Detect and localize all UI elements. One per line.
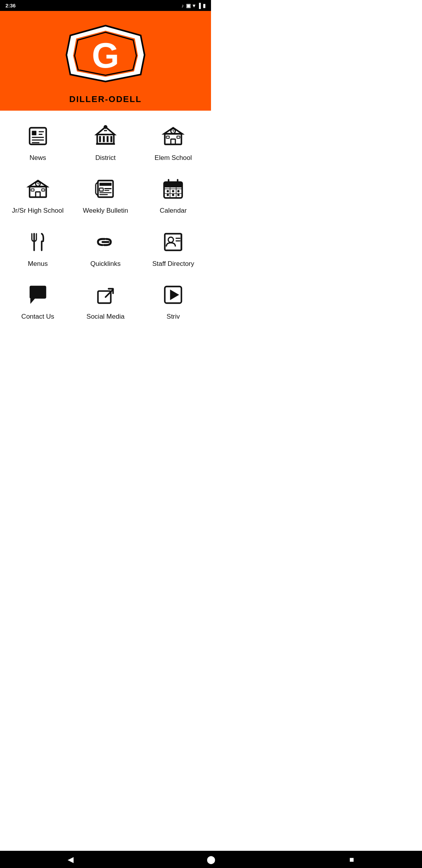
- status-time: 2:36: [5, 3, 16, 9]
- status-bar: 2:36 ♪ ▣ ▾ ▐ ▮: [0, 0, 211, 11]
- svg-rect-13: [99, 136, 101, 142]
- svg-rect-9: [32, 137, 44, 138]
- svg-rect-49: [164, 185, 182, 188]
- news-icon: [27, 125, 49, 151]
- svg-rect-8: [39, 134, 43, 135]
- menu-item-district[interactable]: District: [72, 118, 139, 167]
- quicklinks-label: Quicklinks: [90, 260, 120, 268]
- svg-rect-14: [103, 136, 105, 142]
- school-name-text: DILLER-ODELL: [64, 91, 147, 105]
- staff-directory-label: Staff Directory: [152, 260, 194, 268]
- svg-rect-34: [36, 192, 40, 197]
- contact-us-label: Contact Us: [21, 312, 54, 321]
- battery-icon: ▮: [203, 3, 206, 9]
- svg-rect-27: [166, 136, 170, 138]
- social-media-label: Social Media: [86, 312, 124, 321]
- quicklinks-icon: [94, 231, 117, 256]
- menus-label: Menus: [28, 260, 48, 268]
- svg-point-54: [177, 190, 180, 192]
- svg-point-56: [172, 194, 174, 196]
- menu-item-weekly-bulletin[interactable]: Weekly Bulletin: [72, 170, 139, 219]
- svg-rect-15: [107, 136, 109, 142]
- weekly-bulletin-label: Weekly Bulletin: [83, 206, 128, 215]
- menu-item-calendar[interactable]: Calendar: [139, 170, 207, 219]
- svg-rect-7: [39, 131, 44, 132]
- header-banner: G DILLER-ODELL: [0, 11, 211, 111]
- svg-point-55: [167, 194, 169, 196]
- menu-item-news[interactable]: News: [4, 118, 72, 167]
- svg-point-20: [104, 125, 107, 129]
- svg-point-53: [172, 190, 174, 192]
- contact-us-icon: [27, 283, 49, 309]
- elem-school-icon: [162, 125, 184, 151]
- svg-rect-41: [104, 190, 109, 191]
- signal-icon: ▐: [197, 3, 201, 9]
- menu-item-staff-directory[interactable]: Staff Directory: [139, 224, 207, 273]
- weekly-bulletin-icon: [94, 178, 117, 203]
- school-logo: G DILLER-ODELL: [64, 17, 147, 105]
- svg-rect-6: [32, 131, 36, 135]
- svg-point-52: [167, 190, 169, 192]
- svg-rect-11: [32, 142, 39, 143]
- striv-icon: [162, 283, 184, 309]
- svg-rect-28: [177, 136, 180, 138]
- menu-item-elem-school[interactable]: Elem School: [139, 118, 207, 167]
- menu-item-menus[interactable]: Menus: [4, 224, 72, 273]
- jrsr-high-icon: [27, 178, 49, 203]
- menu-item-social-media[interactable]: Social Media: [72, 276, 139, 325]
- status-icons: ♪ ▣ ▾ ▐ ▮: [181, 3, 206, 9]
- svg-point-57: [177, 194, 180, 196]
- social-media-icon: [94, 283, 117, 309]
- jrsr-label: Jr/Sr High School: [12, 206, 64, 215]
- svg-rect-40: [104, 188, 111, 189]
- district-icon: [94, 125, 117, 151]
- district-label: District: [95, 154, 116, 162]
- svg-rect-16: [111, 136, 113, 142]
- svg-rect-5: [29, 128, 46, 145]
- svg-text:DILLER-ODELL: DILLER-ODELL: [69, 94, 141, 104]
- svg-rect-35: [31, 189, 34, 191]
- menu-grid: News District: [0, 111, 211, 329]
- menu-item-striv[interactable]: Striv: [139, 276, 207, 325]
- menu-item-contact-us[interactable]: Contact Us: [4, 276, 72, 325]
- svg-rect-18: [104, 130, 107, 131]
- menus-icon: [27, 231, 49, 256]
- sim-icon: ▣: [186, 3, 191, 9]
- svg-rect-38: [100, 183, 112, 186]
- svg-marker-75: [170, 289, 179, 300]
- svg-rect-43: [100, 194, 108, 195]
- elem-school-label: Elem School: [155, 154, 192, 162]
- svg-rect-36: [41, 189, 45, 191]
- calendar-icon: [162, 178, 184, 203]
- menu-item-jrsr-high[interactable]: Jr/Sr High School: [4, 170, 72, 219]
- news-label: News: [29, 154, 46, 162]
- logo-svg: G: [64, 17, 147, 91]
- menu-item-quicklinks[interactable]: Quicklinks: [72, 224, 139, 273]
- music-icon: ♪: [181, 3, 184, 9]
- svg-text:G: G: [92, 36, 119, 75]
- wifi-icon: ▾: [193, 3, 195, 9]
- svg-rect-42: [100, 192, 112, 193]
- svg-rect-26: [171, 139, 176, 145]
- svg-point-68: [168, 237, 174, 242]
- svg-rect-19: [96, 143, 115, 145]
- staff-directory-icon: [162, 231, 184, 256]
- calendar-label: Calendar: [160, 206, 187, 215]
- striv-label: Striv: [166, 312, 180, 321]
- svg-rect-10: [32, 140, 44, 141]
- svg-rect-39: [100, 188, 104, 191]
